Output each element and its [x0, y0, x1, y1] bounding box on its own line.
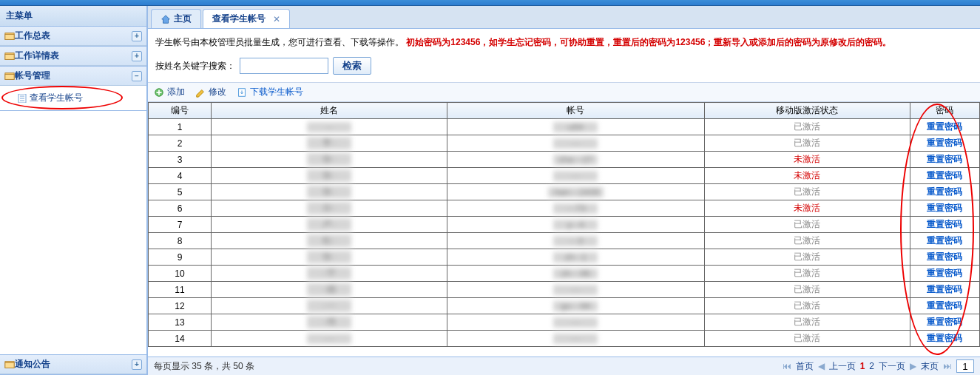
col-name[interactable]: 姓名: [211, 103, 447, 119]
panel-notice[interactable]: 通知公告 +: [0, 355, 146, 374]
expand-icon[interactable]: +: [132, 31, 142, 41]
table-row[interactable]: 11··嫣····已激活重置密码: [149, 282, 980, 298]
panel-work-summary[interactable]: 工作总表 +: [0, 27, 146, 46]
grid-wrapper: 编号 姓名 帐号 移动版激活状态 密码 1····u64·已激活重置密码2李··…: [148, 102, 980, 357]
col-account[interactable]: 帐号: [447, 103, 704, 119]
table-row[interactable]: 13··伟····已激活重置密码: [149, 314, 980, 331]
cell-account: zha····27: [447, 152, 704, 168]
pager-summary: 每页显示 35 条，共 50 条: [154, 360, 254, 373]
reset-password-link[interactable]: 重置密码: [927, 333, 962, 343]
first-page[interactable]: 首页: [796, 360, 814, 373]
pager: 每页显示 35 条，共 50 条 ⏮ 首页 ◀ 上一页 1 2 下一页 ▶ 末页…: [148, 357, 980, 375]
table-row[interactable]: 9张··zh···1已激活重置密码: [149, 249, 980, 266]
reset-password-link[interactable]: 重置密码: [927, 170, 962, 180]
reset-password-link[interactable]: 重置密码: [927, 186, 962, 197]
cell-status: 已激活: [704, 184, 910, 200]
cell-no: 6: [149, 200, 212, 217]
last-page-icon[interactable]: ⏭: [943, 361, 952, 371]
reset-password-link[interactable]: 重置密码: [927, 138, 962, 148]
tree-item-view-student-account[interactable]: 查看学生帐号: [0, 90, 146, 106]
tab-view-student-account[interactable]: 查看学生帐号 ✕: [203, 9, 290, 28]
table-row[interactable]: 3张··zha····27未激活重置密码: [149, 152, 980, 168]
cell-password: 重置密码: [910, 314, 979, 331]
reset-password-link[interactable]: 重置密码: [927, 268, 962, 278]
prev-page-icon[interactable]: ◀: [818, 361, 825, 371]
cell-no: 13: [149, 314, 212, 331]
col-no[interactable]: 编号: [149, 103, 212, 119]
reset-password-link[interactable]: 重置密码: [927, 251, 962, 262]
panel-account-mgmt[interactable]: 帐号管理 −: [0, 67, 146, 86]
cell-account: ····73: [447, 200, 704, 217]
cell-status: 未激活: [704, 168, 910, 184]
col-password[interactable]: 密码: [910, 103, 979, 119]
goto-page-input[interactable]: [956, 359, 974, 373]
close-icon[interactable]: ✕: [273, 14, 280, 24]
reset-password-link[interactable]: 重置密码: [927, 121, 962, 132]
cell-name: 张··: [211, 184, 447, 200]
page-current: 1: [860, 361, 865, 371]
table-row[interactable]: 7卢··y···4已激活重置密码: [149, 217, 980, 233]
tree-item-label: 查看学生帐号: [30, 92, 83, 104]
expand-icon[interactable]: +: [132, 51, 142, 61]
col-status[interactable]: 移动版激活状态: [704, 103, 910, 119]
cell-password: 重置密码: [910, 266, 979, 282]
table-row[interactable]: 8杜······3已激活重置密码: [149, 233, 980, 249]
cell-status: 已激活: [704, 282, 910, 298]
tab-label: 主页: [174, 13, 192, 25]
cell-no: 12: [149, 298, 212, 314]
panel-label: 帐号管理: [15, 70, 50, 82]
cell-password: 重置密码: [910, 217, 979, 233]
reset-password-link[interactable]: 重置密码: [927, 203, 962, 213]
add-button[interactable]: 添加: [154, 86, 185, 98]
table-row[interactable]: 5张···han····2439已激活重置密码: [149, 184, 980, 200]
reset-password-link[interactable]: 重置密码: [927, 154, 962, 164]
student-table: 编号 姓名 帐号 移动版激活状态 密码 1····u64·已激活重置密码2李··…: [148, 102, 980, 347]
reset-password-link[interactable]: 重置密码: [927, 219, 962, 229]
cell-password: 重置密码: [910, 298, 979, 314]
table-row[interactable]: 14········已激活重置密码: [149, 331, 980, 347]
svg-rect-5: [5, 74, 14, 79]
page-2[interactable]: 2: [869, 361, 874, 371]
cell-no: 10: [149, 266, 212, 282]
expand-icon[interactable]: +: [132, 359, 142, 370]
reset-password-link[interactable]: 重置密码: [927, 300, 962, 311]
reset-password-link[interactable]: 重置密码: [927, 317, 962, 327]
notice-text: 学生帐号由本校管理员批量生成，您可进行查看、下载等操作。 初始密码为123456…: [148, 29, 980, 53]
download-icon: [237, 87, 247, 98]
last-page[interactable]: 末页: [921, 360, 939, 373]
table-row[interactable]: 1····u64·已激活重置密码: [149, 119, 980, 135]
table-row[interactable]: 4张······未激活重置密码: [149, 168, 980, 184]
cell-name: ··伟: [211, 314, 447, 331]
reset-password-link[interactable]: 重置密码: [927, 284, 962, 294]
cell-status: 已激活: [704, 266, 910, 282]
collapse-icon[interactable]: −: [132, 71, 142, 81]
cell-no: 5: [149, 184, 212, 200]
cell-status: 已激活: [704, 298, 910, 314]
search-input[interactable]: [240, 58, 328, 74]
cell-name: ····: [211, 331, 447, 347]
reset-password-link[interactable]: 重置密码: [927, 235, 962, 246]
download-link[interactable]: 下载学生帐号: [237, 86, 303, 98]
cell-name: 李··: [211, 135, 447, 152]
search-button[interactable]: 检索: [333, 57, 371, 75]
table-row[interactable]: 6尔······73未激活重置密码: [149, 200, 980, 217]
notice-warning: 初始密码为123456，如学生忘记密码，可协助重置，重置后的密码为123456；…: [406, 37, 891, 47]
cell-account: ····: [447, 282, 704, 298]
cell-password: 重置密码: [910, 233, 979, 249]
table-row[interactable]: 2李······已激活重置密码: [149, 135, 980, 152]
cell-no: 8: [149, 233, 212, 249]
edit-button[interactable]: 修改: [195, 86, 226, 98]
tab-home[interactable]: 主页: [151, 9, 201, 28]
first-page-icon[interactable]: ⏮: [783, 361, 791, 371]
panel-work-detail[interactable]: 工作详情表 +: [0, 47, 146, 66]
cell-password: 重置密码: [910, 168, 979, 184]
cell-name: 张··: [211, 152, 447, 168]
cell-password: 重置密码: [910, 119, 979, 135]
prev-page[interactable]: 上一页: [829, 360, 856, 373]
cell-name: 张··: [211, 249, 447, 266]
next-page-icon[interactable]: ▶: [910, 361, 916, 371]
table-row[interactable]: 12··一gu····84已激活重置密码: [149, 298, 980, 314]
next-page[interactable]: 下一页: [879, 360, 905, 373]
document-icon: [18, 94, 27, 103]
table-row[interactable]: 10··宇zh····96已激活重置密码: [149, 266, 980, 282]
